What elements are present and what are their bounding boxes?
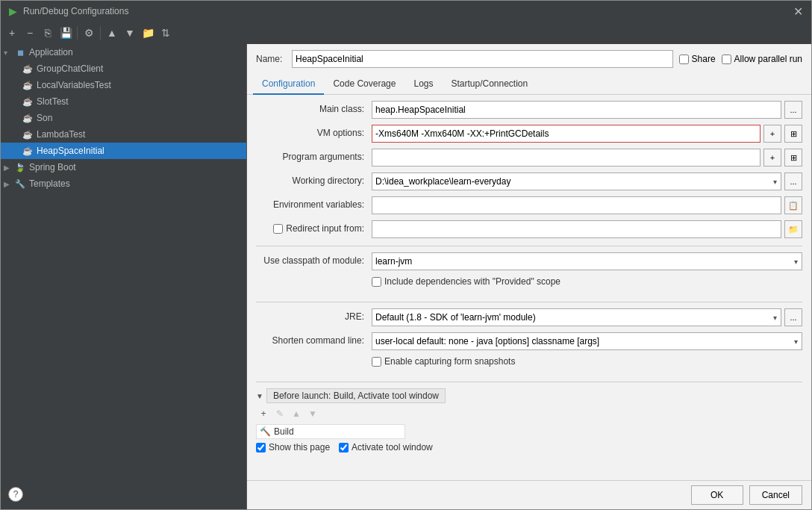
heapspace-icon: ☕ bbox=[22, 145, 34, 157]
copy-config-button[interactable]: ⎘ bbox=[40, 25, 56, 41]
tree-item-slottest[interactable]: ☕ SlotTest bbox=[1, 93, 246, 110]
dialog-title: Run/Debug Configurations bbox=[23, 6, 790, 16]
before-launch-arrow[interactable]: ▼ bbox=[256, 392, 263, 400]
config-panel: Name: Share Allow parallel run Configura… bbox=[247, 44, 811, 509]
mini-toolbar: + ✎ ▲ ▼ bbox=[256, 406, 802, 421]
program-args-input[interactable] bbox=[372, 149, 761, 167]
app-group-icon: ◼ bbox=[14, 46, 26, 58]
env-vars-row: Environment variables: 📋 bbox=[256, 196, 802, 216]
show-page-row: Show this page Activate tool window bbox=[256, 442, 802, 453]
dialog-icon: ▶ bbox=[7, 5, 19, 17]
main-class-input[interactable] bbox=[372, 101, 781, 119]
app-group-arrow: ▾ bbox=[4, 49, 14, 57]
redirect-browse-button[interactable]: 📁 bbox=[784, 220, 802, 238]
shorten-cmd-select[interactable]: user-local default: none - java [options… bbox=[372, 332, 802, 350]
toolbar-separator-1 bbox=[77, 26, 78, 40]
jre-label: JRE: bbox=[256, 308, 372, 322]
activate-window-checkbox[interactable] bbox=[339, 443, 349, 453]
redirect-input-row: Redirect input from: 📁 bbox=[256, 220, 802, 240]
sort-button[interactable]: ⇅ bbox=[157, 25, 174, 41]
before-launch-add-button[interactable]: + bbox=[256, 406, 271, 421]
tab-code-coverage[interactable]: Code Coverage bbox=[324, 74, 405, 95]
son-icon: ☕ bbox=[22, 112, 34, 124]
include-deps-control: Include dependencies with "Provided" sco… bbox=[372, 276, 802, 287]
cancel-button[interactable]: Cancel bbox=[749, 485, 802, 505]
tree-application-group[interactable]: ▾ ◼ Application bbox=[1, 44, 246, 60]
vm-options-input[interactable] bbox=[372, 125, 761, 143]
add-config-button[interactable]: + bbox=[4, 25, 20, 41]
include-deps-checkbox[interactable] bbox=[372, 277, 381, 287]
shorten-cmd-row: Shorten command line: user-local default… bbox=[256, 332, 802, 352]
tree-item-lambdatest[interactable]: ☕ LambdaTest bbox=[1, 126, 246, 143]
show-page-label: Show this page bbox=[269, 442, 330, 453]
tree-templates-group[interactable]: ▶ 🔧 Templates bbox=[1, 175, 246, 192]
program-args-expand-button[interactable]: ⊞ bbox=[784, 149, 802, 167]
groupchat-label: GroupChatClient bbox=[37, 63, 103, 74]
before-launch-label: Before launch: Build, Activate tool wind… bbox=[266, 388, 446, 403]
classpath-label: Use classpath of module: bbox=[256, 252, 372, 266]
title-bar: ▶ Run/Debug Configurations ✕ bbox=[1, 1, 811, 22]
jre-row: JRE: Default (1.8 - SDK of 'learn-jvm' m… bbox=[256, 308, 802, 328]
main-class-browse-button[interactable]: ... bbox=[784, 101, 802, 119]
before-launch-header: ▼ Before launch: Build, Activate tool wi… bbox=[256, 388, 802, 403]
save-config-button[interactable]: 💾 bbox=[57, 25, 74, 41]
close-button[interactable]: ✕ bbox=[790, 4, 805, 19]
section-divider-3 bbox=[256, 382, 802, 382]
before-launch-down-button[interactable]: ▼ bbox=[305, 406, 320, 421]
env-vars-input[interactable] bbox=[372, 196, 781, 214]
build-icon: 🔨 bbox=[260, 426, 271, 437]
settings-button[interactable]: ⚙ bbox=[81, 25, 97, 41]
name-input[interactable] bbox=[292, 50, 673, 68]
show-page-checkbox[interactable] bbox=[256, 443, 266, 453]
main-content: ▾ ◼ Application ☕ GroupChatClient ☕ Loca… bbox=[1, 44, 811, 509]
spring-group-label: Spring Boot bbox=[29, 162, 76, 172]
classpath-select[interactable]: learn-jvm bbox=[372, 252, 802, 270]
allow-parallel-checkbox[interactable] bbox=[722, 55, 731, 64]
tree-spring-boot-group[interactable]: ▶ 🍃 Spring Boot bbox=[1, 159, 246, 175]
tab-logs[interactable]: Logs bbox=[405, 74, 442, 95]
jre-browse-button[interactable]: ... bbox=[784, 308, 802, 326]
working-dir-control: ▾ ... bbox=[372, 172, 802, 190]
move-up-button[interactable]: ▲ bbox=[104, 25, 120, 41]
groupchat-icon: ☕ bbox=[22, 63, 34, 75]
tree-item-localvars[interactable]: ☕ LocalVariablesTest bbox=[1, 77, 246, 93]
vm-options-label: VM options: bbox=[256, 125, 372, 138]
include-deps-row: Include dependencies with "Provided" sco… bbox=[256, 276, 802, 296]
jre-select[interactable]: Default (1.8 - SDK of 'learn-jvm' module… bbox=[372, 308, 781, 326]
redirect-input-input[interactable] bbox=[372, 220, 781, 238]
share-checkbox[interactable] bbox=[679, 55, 689, 64]
program-args-plus-button[interactable]: + bbox=[763, 149, 781, 167]
tree-item-son[interactable]: ☕ Son bbox=[1, 110, 246, 126]
vm-options-plus-button[interactable]: + bbox=[763, 125, 781, 143]
env-vars-label: Environment variables: bbox=[256, 196, 372, 210]
enable-snapshots-checkbox[interactable] bbox=[372, 357, 381, 367]
toolbar-separator-2 bbox=[100, 26, 101, 40]
ok-button[interactable]: OK bbox=[691, 485, 743, 505]
tree-item-groupchat[interactable]: ☕ GroupChatClient bbox=[1, 60, 246, 77]
vm-options-control: + ⊞ bbox=[372, 125, 802, 143]
spring-group-icon: 🍃 bbox=[14, 161, 26, 173]
enable-snapshots-checkbox-row: Enable capturing form snapshots bbox=[372, 356, 515, 367]
remove-config-button[interactable]: − bbox=[22, 25, 38, 41]
classpath-row: Use classpath of module: learn-jvm ▾ bbox=[256, 252, 802, 272]
redirect-input-checkbox[interactable] bbox=[273, 224, 283, 234]
working-dir-row: Working directory: ▾ ... bbox=[256, 172, 802, 192]
build-item[interactable]: 🔨 Build bbox=[256, 424, 405, 439]
working-dir-browse-button[interactable]: ... bbox=[784, 172, 802, 190]
folder-button[interactable]: 📁 bbox=[140, 25, 156, 41]
before-launch-up-button[interactable]: ▲ bbox=[289, 406, 304, 421]
tree-item-heapspace[interactable]: ☕ HeapSpaceInitial bbox=[1, 143, 246, 159]
son-label: Son bbox=[37, 113, 52, 123]
env-vars-browse-button[interactable]: 📋 bbox=[784, 196, 802, 214]
allow-parallel-label: Allow parallel run bbox=[734, 54, 802, 64]
working-dir-input[interactable] bbox=[372, 172, 781, 190]
before-launch-edit-button[interactable]: ✎ bbox=[272, 406, 287, 421]
tab-startup[interactable]: Startup/Connection bbox=[442, 74, 537, 95]
tab-configuration[interactable]: Configuration bbox=[253, 74, 324, 95]
enable-snapshots-control: Enable capturing form snapshots bbox=[372, 356, 802, 367]
vm-options-expand-button[interactable]: ⊞ bbox=[784, 125, 802, 143]
move-down-button[interactable]: ▼ bbox=[122, 25, 138, 41]
help-button[interactable]: ? bbox=[8, 487, 23, 502]
working-dir-label: Working directory: bbox=[256, 172, 372, 186]
activate-window-label: Activate tool window bbox=[352, 442, 433, 453]
